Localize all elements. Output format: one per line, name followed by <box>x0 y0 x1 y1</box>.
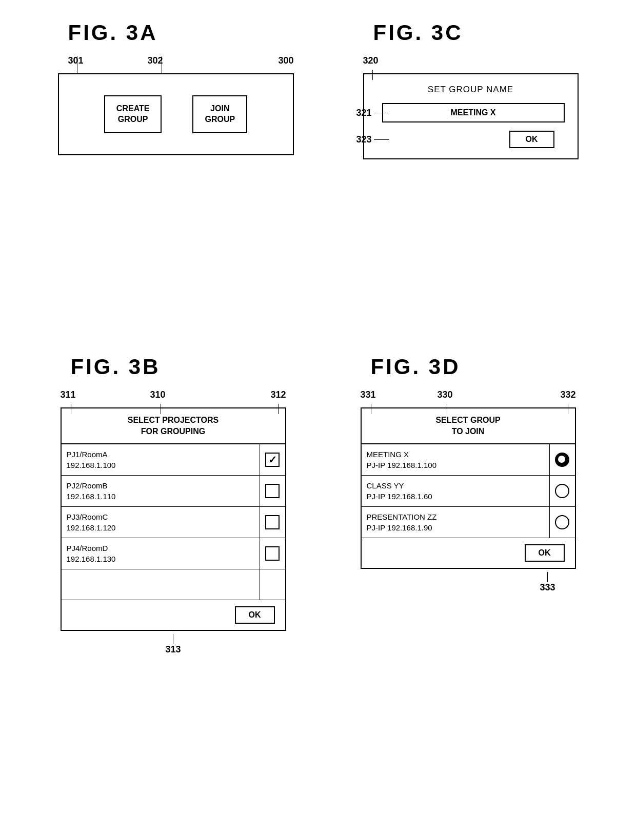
fig3c-container: 320 SET GROUP NAME 321 M <box>363 55 579 159</box>
radio-presentation-zz[interactable] <box>549 507 575 538</box>
label-302: 302 <box>148 55 163 66</box>
fig3c-box: SET GROUP NAME 321 MEETING X <box>363 73 579 159</box>
group-name: PRESENTATION ZZPJ-IP 192.168.1.90 <box>362 507 549 537</box>
fig3a-container: 301 302 300 CREATE GROUP JOIN GROUP <box>58 55 294 155</box>
label-320: 320 <box>363 55 379 66</box>
label-333: 333 <box>540 582 555 593</box>
label-321: 321 <box>356 108 372 118</box>
fig3d-box: SELECT GROUP TO JOIN MEETING XPJ-IP 192.… <box>361 407 576 569</box>
empty-row <box>62 569 285 600</box>
checkbox-empty-icon <box>265 484 280 498</box>
fig3d-title: FIG. 3D <box>361 355 461 379</box>
fig3c-section: FIG. 3C 320 SET GROUP NAME 321 <box>363 21 579 324</box>
fig3b-ok-button[interactable]: OK <box>235 606 275 624</box>
label-312: 312 <box>270 390 286 400</box>
label-313: 313 <box>165 644 181 655</box>
table-row: PJ3/RoomC192.168.1.120 <box>62 507 285 538</box>
label-331: 331 <box>361 390 376 400</box>
fig3b-container: 311 310 312 SELECT PROJECTORS FOR GROUPI… <box>61 390 286 655</box>
checkbox-empty-icon <box>265 515 280 529</box>
fig3c-input-row: 321 MEETING X <box>377 103 565 122</box>
label-323: 323 <box>356 134 372 145</box>
group-name: MEETING XPJ-IP 192.168.1.100 <box>362 445 549 475</box>
page: FIG. 3A 301 302 300 CREATE GROUP <box>0 0 636 840</box>
join-group-button[interactable]: JOIN GROUP <box>192 95 247 133</box>
fig3c-ok-button[interactable]: OK <box>509 131 554 148</box>
label-301: 301 <box>68 55 84 66</box>
fig3d-ok-button[interactable]: OK <box>525 544 565 562</box>
table-row: PRESENTATION ZZPJ-IP 192.168.1.90 <box>362 507 575 538</box>
projector-name: PJ3/RoomC192.168.1.120 <box>62 507 260 537</box>
fig3b-header: SELECT PROJECTORS FOR GROUPING <box>62 408 285 445</box>
checkbox-pj4[interactable] <box>260 538 285 569</box>
projector-name: PJ2/RoomB192.168.1.110 <box>62 476 260 506</box>
radio-filled-icon <box>555 453 569 467</box>
fig3a-title: FIG. 3A <box>58 21 158 45</box>
group-name-input[interactable]: MEETING X <box>382 103 565 122</box>
fig3d-footer: OK <box>362 538 575 568</box>
radio-class-yy[interactable] <box>549 476 575 506</box>
fig3d-header: SELECT GROUP TO JOIN <box>362 408 575 445</box>
create-group-button[interactable]: CREATE GROUP <box>104 95 162 133</box>
checkbox-pj2[interactable] <box>260 476 285 506</box>
fig3a-section: FIG. 3A 301 302 300 CREATE GROUP <box>58 21 294 324</box>
label-300: 300 <box>278 55 293 66</box>
table-row: CLASS YYPJ-IP 192.168.1.60 <box>362 476 575 507</box>
fig3a-box: CREATE GROUP JOIN GROUP <box>58 73 294 155</box>
fig3c-ok-row: 323 OK <box>377 131 565 148</box>
table-row: PJ2/RoomB192.168.1.110 <box>62 476 285 507</box>
fig3c-title: FIG. 3C <box>363 21 463 45</box>
checkbox-checked-icon <box>265 453 280 467</box>
fig3d-container: 331 330 332 SELECT GROUP TO JOIN <box>361 390 576 593</box>
radio-empty-icon <box>555 484 569 498</box>
fig3b-box: SELECT PROJECTORS FOR GROUPING PJ1/RoomA… <box>61 407 286 631</box>
fig3b-section: FIG. 3B 311 310 312 SELECT PROJECTORS <box>61 355 286 655</box>
checkbox-empty-icon <box>265 546 280 561</box>
fig3b-title: FIG. 3B <box>61 355 161 379</box>
label-311: 311 <box>61 390 76 400</box>
radio-empty-icon <box>555 515 569 529</box>
fig3b-footer: OK <box>62 600 285 630</box>
projector-name: PJ1/RoomA192.168.1.100 <box>62 445 260 475</box>
fig3c-header: SET GROUP NAME <box>377 85 565 95</box>
table-row: PJ1/RoomA192.168.1.100 <box>62 444 285 476</box>
label-310: 310 <box>150 390 166 400</box>
fig3d-section: FIG. 3D 331 330 332 SELECT GROUP TO <box>361 355 576 593</box>
group-name: CLASS YYPJ-IP 192.168.1.60 <box>362 476 549 506</box>
projector-name: PJ4/RoomD192.168.1.130 <box>62 539 260 568</box>
radio-meeting-x[interactable] <box>549 444 575 475</box>
checkbox-pj1[interactable] <box>260 444 285 475</box>
table-row: MEETING XPJ-IP 192.168.1.100 <box>362 444 575 476</box>
checkbox-pj3[interactable] <box>260 507 285 538</box>
label-330: 330 <box>438 390 453 400</box>
label-332: 332 <box>560 390 575 400</box>
table-row: PJ4/RoomD192.168.1.130 <box>62 538 285 569</box>
